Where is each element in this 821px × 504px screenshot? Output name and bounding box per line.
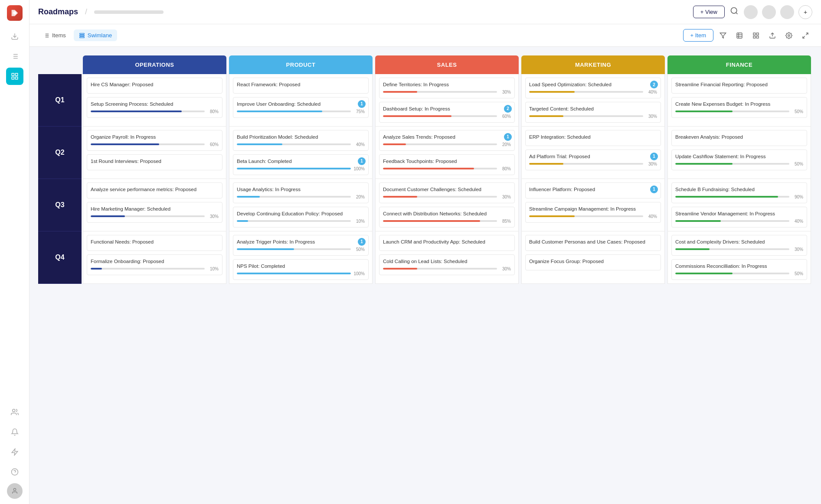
progress-row: 10%	[237, 219, 365, 224]
progress-bar-fill	[675, 273, 733, 274]
card[interactable]: Cold Calling on Lead Lists: Scheduled 30…	[379, 254, 515, 275]
card[interactable]: Streamline Vendor Management: In Progres…	[671, 207, 807, 228]
card[interactable]: 1st Round Interviews: Proposed	[87, 154, 222, 170]
progress-bar-bg	[237, 111, 351, 112]
card[interactable]: React Framework: Proposed	[233, 78, 369, 94]
progress-label: 30%	[206, 214, 219, 219]
sidebar-item-help[interactable]	[6, 463, 23, 481]
quarter-label-q4: Q4	[38, 231, 82, 284]
tab-swimlane[interactable]: Swimlane	[74, 29, 117, 41]
progress-bar-bg	[383, 220, 497, 222]
card-title: Analyze Sales Trends: Proposed	[383, 134, 511, 140]
card-title: Beta Launch: Completed	[237, 158, 365, 165]
card[interactable]: Hire Marketing Manager: Scheduled 30%	[87, 202, 222, 223]
sidebar-item-download[interactable]	[6, 28, 23, 45]
progress-label: 30%	[499, 267, 511, 271]
card[interactable]: Formalize Onboarding: Proposed 10%	[87, 254, 222, 275]
card[interactable]: Cost and Complexity Drivers: Scheduled 3…	[671, 235, 807, 256]
card[interactable]: 1 Analyze Sales Trends: Proposed 20%	[379, 130, 515, 151]
card[interactable]: 2 Load Speed Optimization: Scheduled 40%	[525, 78, 661, 98]
card[interactable]: Build Customer Personas and Use Cases: P…	[525, 235, 661, 251]
search-icon[interactable]	[730, 7, 739, 17]
table-view-button[interactable]	[733, 29, 746, 42]
progress-label: 75%	[353, 109, 365, 114]
user-avatar-1[interactable]	[744, 5, 758, 19]
card[interactable]: 1 Analyze Trigger Points: In Progress 50…	[233, 235, 369, 256]
card[interactable]: NPS Pilot: Completed 100%	[233, 259, 369, 280]
add-item-button[interactable]: + Item	[683, 29, 714, 42]
progress-bar-bg	[529, 215, 643, 217]
progress-bar-bg	[383, 168, 497, 169]
card[interactable]: Feedback Touchpoints: Proposed 80%	[379, 154, 515, 175]
sidebar-item-list[interactable]	[6, 48, 23, 65]
q2-marketing-cell: ERP Integration: Scheduled 1 Ad Platform…	[521, 127, 665, 179]
progress-label: 100%	[353, 271, 365, 276]
app-logo[interactable]	[7, 5, 23, 21]
card[interactable]: 1 Beta Launch: Completed 100%	[233, 154, 369, 175]
card-title: Organize Focus Group: Proposed	[529, 258, 657, 265]
breadcrumb-divider: /	[85, 7, 87, 16]
svg-point-0	[13, 11, 16, 14]
card-title: Streamline Vendor Management: In Progres…	[675, 211, 803, 217]
card[interactable]: Usage Analytics: In Progress 20%	[233, 182, 369, 203]
card[interactable]: Document Customer Challenges: Scheduled …	[379, 182, 515, 203]
layout-button[interactable]	[749, 29, 763, 42]
progress-row: 100%	[237, 271, 365, 276]
card[interactable]: Breakeven Analysis: Proposed	[671, 130, 807, 146]
settings-button[interactable]	[782, 29, 796, 42]
progress-row: 30%	[529, 162, 657, 166]
progress-bar-bg	[237, 168, 351, 169]
tab-items[interactable]: Items	[38, 29, 71, 41]
card[interactable]: Schedule B Fundraising: Scheduled 90%	[671, 182, 807, 203]
svg-point-17	[731, 8, 737, 13]
progress-label: 50%	[353, 247, 365, 252]
svg-marker-13	[12, 449, 18, 455]
progress-label: 90%	[791, 195, 803, 199]
export-button[interactable]	[765, 29, 779, 42]
progress-label: 50%	[791, 271, 803, 276]
progress-row: 30%	[529, 114, 657, 119]
progress-bar-fill	[675, 220, 721, 222]
expand-button[interactable]	[798, 29, 812, 42]
card[interactable]: Commissions Reconcilliation: In Progress…	[671, 259, 807, 280]
add-user-button[interactable]: +	[798, 5, 812, 19]
card[interactable]: ERP Integration: Scheduled	[525, 130, 661, 146]
progress-bar-fill	[383, 220, 480, 222]
q2-finance-cell: Breakeven Analysis: Proposed Update Cash…	[667, 127, 811, 179]
card[interactable]: 1 Improve User Onboarding: Scheduled 75%	[233, 97, 369, 118]
add-view-button[interactable]: + View	[693, 6, 725, 18]
sidebar-item-bell[interactable]	[6, 423, 23, 441]
card[interactable]: Setup Screening Process: Scheduled 80%	[87, 97, 222, 118]
card[interactable]: Organize Payroll: In Progress 60%	[87, 130, 222, 151]
card[interactable]: Streamline Campaign Management: In Progr…	[525, 202, 661, 223]
card-badge: 1	[504, 133, 512, 141]
card[interactable]: Launch CRM and Productivity App: Schedul…	[379, 235, 515, 251]
swimlane-icon	[79, 33, 85, 39]
card[interactable]: Develop Continuing Education Policy: Pro…	[233, 207, 369, 228]
card[interactable]: 1 Ad Platform Trial: Proposed 30%	[525, 150, 661, 170]
card[interactable]: 2 Dashboard Setup: In Progress 60%	[379, 102, 515, 123]
sidebar-item-roadmap[interactable]	[6, 68, 23, 85]
card[interactable]: Functional Needs: Proposed	[87, 235, 222, 251]
card[interactable]: Connect with Distribution Networks: Sche…	[379, 207, 515, 228]
breadcrumb	[94, 10, 164, 14]
user-avatar[interactable]	[7, 483, 23, 499]
card[interactable]: Update Cashflow Statement: In Progress 5…	[671, 150, 807, 170]
q4-marketing-cell: Build Customer Personas and Use Cases: P…	[521, 231, 665, 284]
card[interactable]: Define Territories: In Progress 30%	[379, 78, 515, 98]
sidebar-item-lightning[interactable]	[6, 443, 23, 461]
card[interactable]: Organize Focus Group: Proposed	[525, 254, 661, 270]
sidebar-item-contacts[interactable]	[6, 403, 23, 421]
card[interactable]: Build Prioritization Model: Scheduled 40…	[233, 130, 369, 151]
user-avatar-2[interactable]	[762, 5, 776, 19]
progress-label: 60%	[499, 114, 511, 119]
card[interactable]: Targeted Content: Scheduled 30%	[525, 102, 661, 123]
card[interactable]: Analyze service performance metrics: Pro…	[87, 182, 222, 198]
card[interactable]: Create New Expenses Budget: In Progress …	[671, 97, 807, 118]
card[interactable]: 1 Influencer Platform: Proposed	[525, 182, 661, 198]
user-avatar-3[interactable]	[780, 5, 794, 19]
filter-button[interactable]	[716, 29, 730, 42]
card[interactable]: Streamline Financial Reporting: Proposed	[671, 78, 807, 94]
card[interactable]: Hire CS Manager: Proposed	[87, 78, 222, 94]
progress-bar-fill	[237, 143, 282, 145]
